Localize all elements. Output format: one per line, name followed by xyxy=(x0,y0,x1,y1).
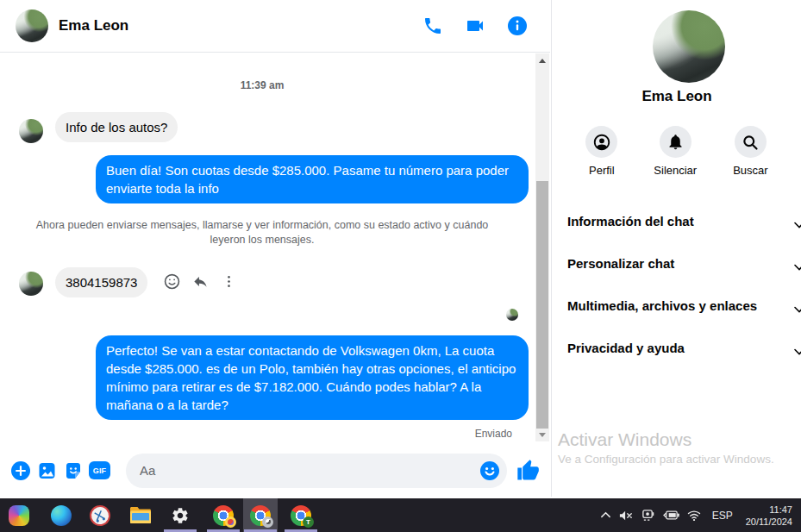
settings-icon[interactable] xyxy=(163,498,197,532)
taskbar-pinned-apps: T xyxy=(0,498,318,532)
cast-icon[interactable] xyxy=(641,509,655,522)
chevron-down-icon xyxy=(794,301,801,316)
tray-time: 11:47 xyxy=(746,504,792,516)
scroll-down-icon[interactable] xyxy=(535,428,549,441)
open-more-actions-icon[interactable] xyxy=(10,460,31,481)
bell-icon xyxy=(660,126,691,158)
outgoing-message-bubble[interactable]: Buen día! Son cuotas desde $285.000. Pas… xyxy=(96,155,529,203)
copilot-icon[interactable] xyxy=(2,498,36,532)
chrome-profile-3-icon[interactable]: T xyxy=(284,498,318,532)
snipping-tool-icon[interactable] xyxy=(83,498,117,532)
message-row: Info de los autos? xyxy=(55,112,178,142)
section-customize-chat[interactable]: Personalizar chat xyxy=(552,242,801,285)
tray-date: 20/11/2024 xyxy=(746,516,792,528)
volume-muted-icon[interactable] xyxy=(619,510,633,522)
message-input[interactable] xyxy=(126,454,507,488)
system-tray: ESP 11:47 20/11/2024 xyxy=(600,498,801,532)
chevron-down-icon xyxy=(794,343,801,359)
section-media-files-links[interactable]: Multimedia, archivos y enlaces xyxy=(552,285,801,327)
message-list: 11:39 am Info de los autos? Buen día! So… xyxy=(0,53,550,444)
profile-action-button[interactable]: Perfil xyxy=(585,126,617,177)
profile-picture[interactable] xyxy=(653,10,725,83)
seen-indicator-avatar xyxy=(506,309,518,321)
profile-name: Ema Leon xyxy=(552,88,801,105)
messenger-window: Ema Leon 11:39 am Info de los autos? Bue… xyxy=(0,0,550,497)
quick-actions: Perfil Silenciar Buscar xyxy=(552,126,801,177)
react-emoji-icon[interactable] xyxy=(164,273,180,293)
incoming-message-bubble[interactable]: Info de los autos? xyxy=(55,112,178,142)
conversation-timestamp: 11:39 am xyxy=(0,79,524,91)
more-options-icon[interactable] xyxy=(221,273,237,293)
activate-windows-watermark-subtitle: Ve a Configuración para activar Windows. xyxy=(558,453,774,466)
details-sections: Información del chat Personalizar chat M… xyxy=(552,200,801,369)
chrome-profile-badge: T xyxy=(303,516,314,528)
person-icon xyxy=(585,126,617,158)
message-row: 3804159873 xyxy=(55,267,147,297)
chevron-down-icon xyxy=(794,216,801,232)
contact-avatar[interactable] xyxy=(16,9,48,42)
mute-action-button[interactable]: Silenciar xyxy=(654,126,697,177)
reply-icon[interactable] xyxy=(192,273,209,293)
chat-scrollbar[interactable] xyxy=(535,53,549,441)
scrollbar-thumb[interactable] xyxy=(536,181,548,429)
contact-name[interactable]: Ema Leon xyxy=(59,17,422,34)
message-row: Perfecto! Se van a estar contactando de … xyxy=(96,335,529,420)
section-chat-info[interactable]: Información del chat xyxy=(552,200,801,242)
chrome-profile-1-icon[interactable] xyxy=(206,498,241,532)
message-sender-avatar xyxy=(19,272,43,296)
activate-windows-watermark: Activar Windows xyxy=(558,429,691,450)
section-privacy-help[interactable]: Privacidad y ayuda xyxy=(552,327,801,369)
windows-taskbar: T ESP 11:47 20/11/2024 xyxy=(0,498,801,532)
message-composer: GIF xyxy=(0,444,550,497)
message-hover-actions xyxy=(164,273,237,293)
conversation-info-icon[interactable] xyxy=(507,16,528,36)
sticker-icon[interactable] xyxy=(63,460,84,481)
outgoing-message-bubble[interactable]: Perfecto! Se van a estar contactando de … xyxy=(96,335,529,420)
incoming-message-bubble[interactable]: 3804159873 xyxy=(55,267,147,297)
chat-header: Ema Leon xyxy=(0,0,550,53)
scroll-up-icon[interactable] xyxy=(535,53,549,67)
chrome-profile-badge xyxy=(225,516,236,528)
file-explorer-icon[interactable] xyxy=(122,498,157,532)
attach-image-icon[interactable] xyxy=(36,460,58,481)
clock[interactable]: 11:47 20/11/2024 xyxy=(744,504,792,528)
language-indicator[interactable]: ESP xyxy=(709,510,736,522)
emoji-picker-icon[interactable] xyxy=(479,460,500,481)
video-call-icon[interactable] xyxy=(465,16,485,36)
message-row: Buen día! Son cuotas desde $285.000. Pas… xyxy=(96,155,529,203)
edge-icon[interactable] xyxy=(44,498,78,532)
chrome-profile-badge xyxy=(262,516,273,528)
message-input-wrap xyxy=(126,454,507,488)
search-action-button[interactable]: Buscar xyxy=(733,126,767,177)
system-notice: Ahora pueden enviarse mensajes, llamarse… xyxy=(34,218,490,247)
message-sender-avatar xyxy=(19,119,43,143)
chevron-down-icon xyxy=(794,259,801,274)
tray-expand-icon[interactable] xyxy=(600,510,611,521)
search-icon xyxy=(735,126,767,158)
gif-icon[interactable]: GIF xyxy=(89,461,110,479)
conversation-details-panel: Ema Leon Perfil Silenciar Buscar Informa… xyxy=(551,0,801,497)
chrome-profile-2-icon[interactable] xyxy=(243,498,278,532)
sent-status: Enviado xyxy=(475,428,512,440)
thumbs-up-icon[interactable] xyxy=(516,459,540,483)
voice-call-icon[interactable] xyxy=(422,16,443,36)
battery-charging-icon[interactable] xyxy=(663,510,679,521)
wifi-icon[interactable] xyxy=(687,510,701,521)
